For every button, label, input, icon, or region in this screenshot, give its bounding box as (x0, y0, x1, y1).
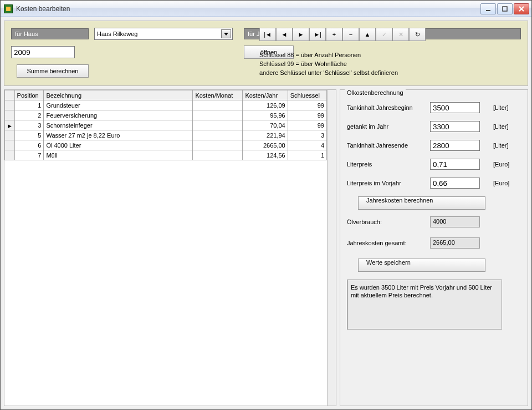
cell-kosten-monat[interactable] (193, 130, 243, 140)
oil-group-title: Ölkostenberechnung (345, 89, 406, 96)
cell-bezeichnung[interactable]: Öl 4000 Liter (44, 140, 193, 150)
cell-kosten-monat[interactable] (193, 120, 243, 130)
cell-kosten-jahr[interactable]: 2665,00 (243, 140, 288, 150)
consumption-label: Ölverbrauch: (347, 219, 430, 225)
cell-schluessel[interactable]: 4 (288, 140, 326, 150)
table-row[interactable]: 5Wasser 27 m2 je 8,22 Euro221,943 (5, 130, 327, 140)
close-icon (519, 6, 524, 12)
hint-line-1: Schlüssel 88 = über Anzahl Personen (259, 51, 521, 60)
cell-position[interactable]: 3 (14, 120, 44, 130)
liter-unit-1: [Liter] (493, 104, 515, 111)
col-schluessel[interactable]: Schluessel (288, 90, 326, 100)
cost-grid[interactable]: Position Bezeichnung Kosten/Monat Kosten… (4, 90, 327, 160)
window-title: Kosten bearbeiten (16, 5, 480, 13)
price-input[interactable] (430, 159, 480, 170)
tank-end-label: Tankinhalt Jahresende (347, 142, 430, 149)
consumption-value: 4000 (430, 216, 480, 227)
maximize-button[interactable] (497, 3, 513, 14)
svg-marker-4 (224, 33, 228, 36)
cell-bezeichnung[interactable]: Schornsteinfeger (44, 120, 193, 130)
svg-rect-1 (503, 7, 507, 11)
oil-message-box: Es wurden 3500 Liter mit Preis Vorjahr u… (347, 280, 502, 330)
grid-scrollbar[interactable] (327, 90, 336, 406)
cell-bezeichnung[interactable]: Feuerversicherung (44, 110, 193, 120)
cell-kosten-jahr[interactable]: 95,96 (243, 110, 288, 120)
house-combo[interactable]: Haus Rilkeweg (94, 28, 233, 40)
cell-kosten-jahr[interactable]: 221,94 (243, 130, 288, 140)
tanked-label: getankt im Jahr (347, 123, 430, 130)
cell-kosten-jahr[interactable]: 126,09 (243, 100, 288, 110)
maximize-icon (502, 6, 508, 12)
save-values-button[interactable]: Werte speichern (358, 259, 485, 272)
nav-last-button[interactable]: ►| (309, 28, 326, 41)
cell-kosten-monat[interactable] (193, 150, 243, 160)
minimize-button[interactable] (480, 3, 496, 14)
total-label: Jahreskosten gesamt: (347, 240, 430, 246)
cell-position[interactable]: 1 (14, 100, 44, 110)
nav-add-button[interactable]: + (326, 28, 342, 41)
euro-unit-1: [Euro] (493, 161, 515, 168)
nav-next-button[interactable]: ► (293, 28, 309, 41)
cell-kosten-monat[interactable] (193, 140, 243, 150)
cell-position[interactable]: 6 (14, 140, 44, 150)
cell-kosten-jahr[interactable]: 70,04 (243, 120, 288, 130)
combo-arrow-icon (221, 29, 231, 38)
oil-groupbox: Ölkostenberechnung Tankinhalt Jahresbegi… (340, 89, 528, 406)
cell-kosten-monat[interactable] (193, 110, 243, 120)
liter-unit-2: [Liter] (493, 123, 515, 130)
tank-end-input[interactable] (430, 140, 480, 151)
top-form-panel: für Haus Haus Rilkeweg |◄ ◄ ► ►| + − ▲ ✓… (4, 21, 528, 86)
col-position[interactable]: Position (14, 90, 44, 100)
year-input[interactable] (11, 46, 75, 58)
cell-kosten-jahr[interactable]: 124,56 (243, 150, 288, 160)
euro-unit-2: [Euro] (493, 180, 515, 186)
top-right-area: |◄ ◄ ► ►| + − ▲ ✓ ✕ ↻ Schlüssel 88 = übe… (259, 28, 521, 78)
table-row[interactable]: 1Grundsteuer126,0999 (5, 100, 327, 110)
close-button[interactable] (514, 3, 529, 14)
liter-unit-3: [Liter] (493, 142, 515, 149)
nav-first-button[interactable]: |◄ (259, 28, 276, 41)
cell-bezeichnung[interactable]: Wasser 27 m2 je 8,22 Euro (44, 130, 193, 140)
cell-position[interactable]: 7 (14, 150, 44, 160)
window-frame: Kosten bearbeiten für Haus Haus Rilkeweg… (0, 0, 532, 410)
cell-position[interactable]: 5 (14, 130, 44, 140)
cell-bezeichnung[interactable]: Grundsteuer (44, 100, 193, 110)
table-row[interactable]: 6Öl 4000 Liter2665,004 (5, 140, 327, 150)
minimize-icon (485, 6, 491, 12)
price-label: Literpreis (347, 161, 430, 168)
row-marker-icon: ▶ (8, 123, 12, 129)
cell-schluessel[interactable]: 99 (288, 110, 326, 120)
nav-edit-button[interactable]: ▲ (359, 28, 376, 41)
col-kosten-monat[interactable]: Kosten/Monat (193, 90, 243, 100)
nav-cancel-button[interactable]: ✕ (392, 28, 409, 41)
sum-button[interactable]: Summe berechnen (17, 64, 89, 78)
content-area: Position Bezeichnung Kosten/Monat Kosten… (4, 89, 528, 406)
nav-post-button[interactable]: ✓ (376, 28, 392, 41)
table-row[interactable]: 7Müll124,561 (5, 150, 327, 160)
table-row[interactable]: 2Feuerversicherung95,9699 (5, 110, 327, 120)
cell-schluessel[interactable]: 1 (288, 150, 326, 160)
nav-prev-button[interactable]: ◄ (276, 28, 293, 41)
hint-line-2: Schlüssel 99 = über Wohnfläche (259, 60, 521, 69)
col-bezeichnung[interactable]: Bezeichnung (44, 90, 193, 100)
tank-start-input[interactable] (430, 102, 480, 113)
cell-kosten-monat[interactable] (193, 100, 243, 110)
calc-year-cost-button[interactable]: Jahreskosten berechnen (358, 196, 485, 210)
table-row[interactable]: ▶3Schornsteinfeger70,0499 (5, 120, 327, 130)
tank-start-label: Tankinhalt Jahresbeginn (347, 104, 430, 111)
nav-refresh-button[interactable]: ↻ (409, 28, 426, 41)
cell-schluessel[interactable]: 99 (288, 100, 326, 110)
cell-schluessel[interactable]: 99 (288, 120, 326, 130)
tanked-input[interactable] (430, 121, 480, 132)
cell-position[interactable]: 2 (14, 110, 44, 120)
price-prev-input[interactable] (430, 178, 480, 189)
price-prev-label: Literpreis im Vorjahr (347, 180, 430, 186)
db-navigator: |◄ ◄ ► ►| + − ▲ ✓ ✕ ↻ (259, 28, 521, 41)
cell-schluessel[interactable]: 3 (288, 130, 326, 140)
total-value: 2665,00 (430, 237, 480, 249)
cell-bezeichnung[interactable]: Müll (44, 150, 193, 160)
house-label: für Haus (11, 28, 89, 39)
nav-delete-button[interactable]: − (342, 28, 359, 41)
col-kosten-jahr[interactable]: Kosten/Jahr (243, 90, 288, 100)
app-icon (4, 4, 13, 13)
